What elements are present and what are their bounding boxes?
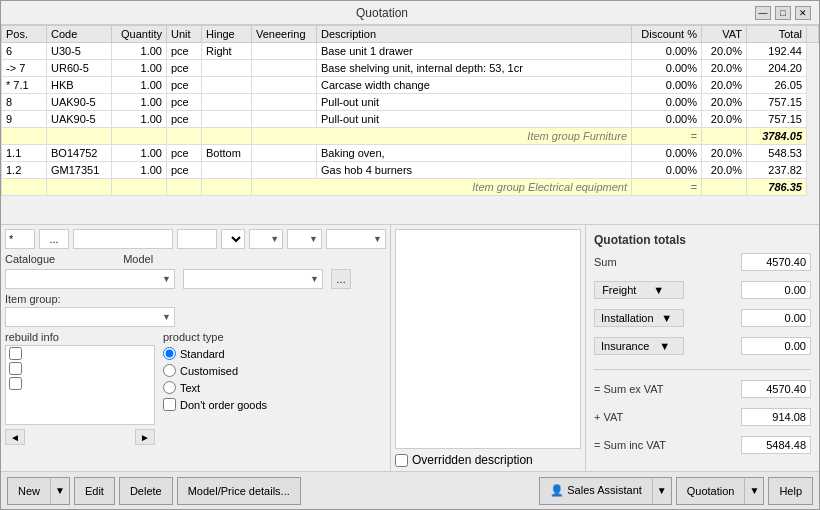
- catalogue-label: Catalogue: [5, 253, 55, 265]
- col-discount: Discount %: [632, 26, 702, 43]
- pos-input[interactable]: [5, 229, 35, 249]
- dont-order-option: Don't order goods: [163, 398, 267, 411]
- insurance-row: Insurance ▼ 0.00: [594, 337, 811, 355]
- maximize-button[interactable]: □: [775, 6, 791, 20]
- radio-text-label: Text: [180, 382, 200, 394]
- model-price-button[interactable]: Model/Price details...: [177, 477, 301, 505]
- sales-assistant-label: Sales Assistant: [567, 484, 642, 496]
- table-row-group: Item group Electrical equipment = 786.35: [2, 179, 819, 196]
- table-row[interactable]: * 7.1 HKB 1.00 pce Carcase width change …: [2, 77, 819, 94]
- freight-row: Freight ▼ 0.00: [594, 281, 811, 299]
- radio-text-input[interactable]: [163, 381, 176, 394]
- desc-dropdown[interactable]: ▼: [326, 229, 386, 249]
- table-row[interactable]: 9 UAK90-5 1.00 pce Pull-out unit 0.00% 2…: [2, 111, 819, 128]
- window-title: Quotation: [9, 6, 755, 20]
- col-pos: Pos.: [2, 26, 47, 43]
- col-vat: VAT: [702, 26, 747, 43]
- rebuild-check-1[interactable]: [9, 347, 22, 360]
- itemgroup-row: Item group: ▼: [5, 293, 386, 327]
- overridden-label: Overridden description: [412, 453, 533, 467]
- sales-assistant-arrow[interactable]: ▼: [652, 477, 672, 505]
- itemgroup-dropdown[interactable]: ▼: [5, 307, 175, 327]
- close-button[interactable]: ✕: [795, 6, 811, 20]
- quotation-split: Quotation ▼: [676, 477, 765, 505]
- sales-assistant-split: 👤 Sales Assistant ▼: [539, 477, 672, 505]
- radio-standard: Standard: [163, 347, 267, 360]
- new-button[interactable]: New: [7, 477, 50, 505]
- col-scroll: [807, 26, 819, 43]
- table-row[interactable]: 1.1 BO14752 1.00 pce Bottom Baking oven,…: [2, 145, 819, 162]
- hinge-dropdown[interactable]: ▼: [249, 229, 284, 249]
- sum-row: Sum 4570.40: [594, 253, 811, 271]
- dont-order-checkbox[interactable]: [163, 398, 176, 411]
- person-icon: 👤: [550, 484, 564, 496]
- divider: [594, 369, 811, 370]
- rebuild-checkbox-1: [6, 346, 154, 361]
- rebuild-checkbox-2: [6, 361, 154, 376]
- model-dropdown[interactable]: ▼: [183, 269, 323, 289]
- catalogue-dropdowns-row: ▼ ▼ …: [5, 269, 386, 289]
- sales-assistant-button[interactable]: 👤 Sales Assistant: [539, 477, 652, 505]
- overridden-checkbox[interactable]: [395, 454, 408, 467]
- radio-text: Text: [163, 381, 267, 394]
- help-button[interactable]: Help: [768, 477, 813, 505]
- dots-input[interactable]: [39, 229, 69, 249]
- main-window: Quotation — □ ✕ Pos. Code Quantity Unit …: [0, 0, 820, 510]
- insurance-button[interactable]: Insurance ▼: [594, 337, 684, 355]
- freight-button[interactable]: Freight ▼: [594, 281, 684, 299]
- dont-order-label: Don't order goods: [180, 399, 267, 411]
- product-type-section: product type Standard Customised Text: [163, 331, 267, 445]
- installation-button[interactable]: Installation ▼: [594, 309, 684, 327]
- radio-standard-input[interactable]: [163, 347, 176, 360]
- table-row[interactable]: 6 U30-5 1.00 pce Right Base unit 1 drawe…: [2, 43, 819, 60]
- rebuild-product-row: rebuild info: [5, 331, 386, 445]
- col-description: Description: [317, 26, 632, 43]
- quotation-button[interactable]: Quotation: [676, 477, 745, 505]
- unit-select[interactable]: [221, 229, 245, 249]
- table-row[interactable]: -> 7 UR60-5 1.00 pce Base shelving unit,…: [2, 60, 819, 77]
- vat-value: 914.08: [741, 408, 811, 426]
- rebuild-prev-button[interactable]: ◄: [5, 429, 25, 445]
- rebuild-check-3[interactable]: [9, 377, 22, 390]
- totals-title: Quotation totals: [594, 233, 811, 247]
- rebuild-checkbox-3: [6, 376, 154, 391]
- vat-label: + VAT: [594, 411, 674, 423]
- new-button-arrow[interactable]: ▼: [50, 477, 70, 505]
- radio-customised: Customised: [163, 364, 267, 377]
- delete-button[interactable]: Delete: [119, 477, 173, 505]
- model-extra-button[interactable]: …: [331, 269, 351, 289]
- rebuild-section: rebuild info: [5, 331, 155, 445]
- item-inputs-row: ▼ ▼ ▼: [5, 229, 386, 249]
- installation-row: Installation ▼ 0.00: [594, 309, 811, 327]
- table-row[interactable]: 8 UAK90-5 1.00 pce Pull-out unit 0.00% 2…: [2, 94, 819, 111]
- left-panel: ▼ ▼ ▼ Catalogue Model ▼: [1, 225, 391, 471]
- rebuild-check-2[interactable]: [9, 362, 22, 375]
- overridden-row: Overridden description: [395, 453, 581, 467]
- sum-inc-vat-value: 5484.48: [741, 436, 811, 454]
- sum-value: 4570.40: [741, 253, 811, 271]
- radio-standard-label: Standard: [180, 348, 225, 360]
- itemgroup-label: Item group:: [5, 293, 386, 305]
- code-input[interactable]: [73, 229, 173, 249]
- title-bar: Quotation — □ ✕: [1, 1, 819, 25]
- quotation-arrow[interactable]: ▼: [744, 477, 764, 505]
- vat-row: + VAT 914.08: [594, 408, 811, 426]
- edit-button[interactable]: Edit: [74, 477, 115, 505]
- sum-ex-vat-row: = Sum ex VAT 4570.40: [594, 380, 811, 398]
- model-label: Model: [123, 253, 153, 265]
- description-textarea[interactable]: [395, 229, 581, 449]
- rebuild-next-button[interactable]: ►: [135, 429, 155, 445]
- table-row-group: Item group Furniture = 3784.05: [2, 128, 819, 145]
- quantity-input[interactable]: [177, 229, 217, 249]
- sum-ex-vat-value: 4570.40: [741, 380, 811, 398]
- veneer-dropdown[interactable]: ▼: [287, 229, 322, 249]
- new-button-split: New ▼: [7, 477, 70, 505]
- radio-customised-input[interactable]: [163, 364, 176, 377]
- quotation-table-area: Pos. Code Quantity Unit Hinge Veneering …: [1, 25, 819, 225]
- installation-value: 0.00: [741, 309, 811, 327]
- catalogue-dropdown[interactable]: ▼: [5, 269, 175, 289]
- main-content: ▼ ▼ ▼ Catalogue Model ▼: [1, 225, 819, 471]
- minimize-button[interactable]: —: [755, 6, 771, 20]
- table-row[interactable]: 1.2 GM17351 1.00 pce Gas hob 4 burners 0…: [2, 162, 819, 179]
- bottom-toolbar: New ▼ Edit Delete Model/Price details...…: [1, 471, 819, 509]
